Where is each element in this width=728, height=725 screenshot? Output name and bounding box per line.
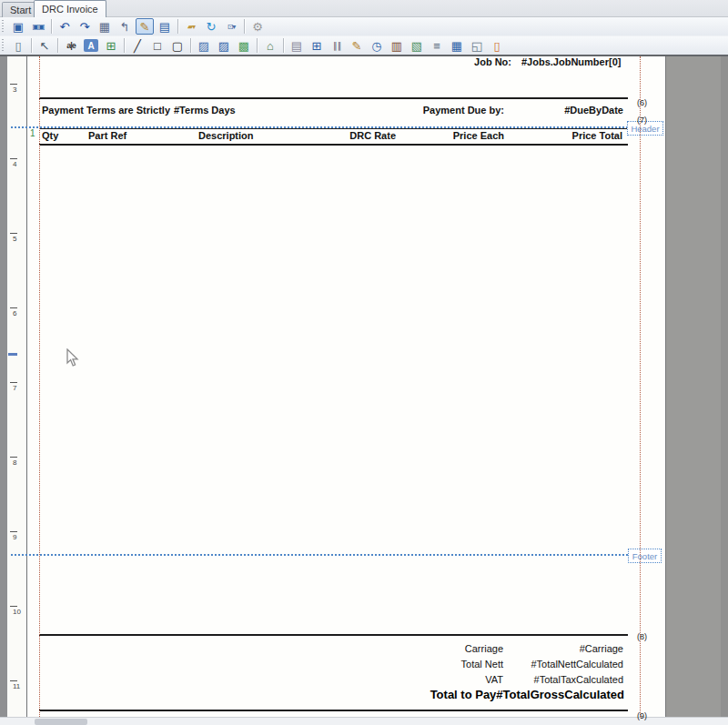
sync-icon[interactable]: ↻ <box>202 18 220 35</box>
carriage-label[interactable]: Carriage <box>394 643 503 654</box>
home-icon[interactable]: ⌂ <box>261 37 279 54</box>
layers-icon[interactable]: ◱ <box>468 37 486 54</box>
signature-icon[interactable]: ✎ <box>348 37 366 54</box>
table-icon[interactable]: ⊞ <box>308 37 326 54</box>
ruler-tick <box>10 606 17 607</box>
pointer-icon[interactable]: ↖ <box>35 37 54 54</box>
payment-terms-label[interactable]: Payment Terms are Strictly <box>42 105 170 116</box>
ruler-tick <box>10 84 17 85</box>
ruler-tick <box>10 382 17 383</box>
subreport-icon[interactable]: ▤ <box>288 37 306 54</box>
save-icon[interactable]: ▣ <box>9 18 27 35</box>
ruler-number: 11 <box>13 682 20 690</box>
col-header-description[interactable]: Description <box>198 130 254 141</box>
payment-due-label[interactable]: Payment Due by: <box>413 105 504 116</box>
col-header-price-each[interactable]: Price Each <box>428 130 504 141</box>
toolbar-separator <box>283 38 284 53</box>
right-margin-guide[interactable] <box>640 56 641 717</box>
vertical-ruler: 34567891011 <box>7 56 27 717</box>
horizontal-scrollbar[interactable] <box>0 717 728 725</box>
footer-top-rule[interactable] <box>39 634 628 636</box>
toolbar-separator <box>244 19 245 34</box>
rectangle-tool-icon[interactable]: □ <box>148 37 167 54</box>
total-nett-field[interactable]: #TotalNettCalculated <box>505 659 623 670</box>
total-nett-label[interactable]: Total Nett <box>394 659 503 670</box>
col-header-qty[interactable]: Qty <box>42 130 58 141</box>
ruler-number: 4 <box>13 160 16 168</box>
carriage-field[interactable]: #Carriage <box>505 643 623 654</box>
map-icon[interactable]: ▧ <box>408 37 426 54</box>
ruler-position-marker <box>8 353 17 356</box>
ruler-tick <box>10 233 17 234</box>
toolbar-separator <box>31 38 32 53</box>
header-band-line[interactable] <box>11 126 628 128</box>
label-field-icon[interactable]: A <box>84 39 98 52</box>
total-to-pay-field[interactable]: #TotalGrossCalculated <box>496 688 624 701</box>
rule-above-payment[interactable] <box>39 97 628 99</box>
tab-drc-invoice[interactable]: DRC Invoice <box>34 0 106 17</box>
detail-row-marker: 1 <box>30 128 35 138</box>
job-no-field[interactable]: #Jobs.JobNumber[0] <box>521 56 621 67</box>
table-header-top-rule[interactable] <box>39 128 628 129</box>
col-header-drc-rate[interactable]: DRC Rate <box>337 130 396 141</box>
picture-map-icon[interactable]: ▩ <box>235 37 253 54</box>
horizontal-scrollbar-thumb[interactable] <box>35 719 87 725</box>
left-margin-guide[interactable] <box>39 56 40 717</box>
preview-list-icon[interactable]: ▤ <box>156 18 174 35</box>
barcode-icon[interactable]: ║║ <box>328 37 346 54</box>
table-header-bottom-rule[interactable] <box>39 144 628 146</box>
mouse-cursor <box>66 348 80 371</box>
settings-gear-icon[interactable]: ⚙ <box>248 18 267 35</box>
image-field-icon[interactable]: ⊞ <box>102 37 120 54</box>
snap-to-grid-icon[interactable]: ↰ <box>116 18 134 35</box>
picture-frame-icon[interactable]: ▨ <box>215 37 233 54</box>
due-by-date-field[interactable]: #DueByDate <box>546 105 623 116</box>
toolbar-separator <box>190 38 191 53</box>
calendar-icon[interactable]: ▦ <box>448 37 466 54</box>
display-icon[interactable]: ⊡▾ <box>222 18 240 35</box>
job-no-label[interactable]: Job No: <box>420 56 511 67</box>
redo-icon[interactable]: ↷ <box>76 18 94 35</box>
list-style-icon[interactable]: ≡ <box>428 37 446 54</box>
tab-strip: Start DRC Invoice <box>0 0 728 17</box>
toolbar-grip[interactable] <box>1 39 5 52</box>
line-tool-icon[interactable]: ╱ <box>128 37 147 54</box>
footer-band-line[interactable] <box>11 554 628 556</box>
col-header-part-ref[interactable]: Part Ref <box>88 130 126 141</box>
terms-days-field[interactable]: #Terms Days <box>174 105 236 116</box>
total-to-pay-label[interactable]: Total to Pay <box>430 688 497 701</box>
section-marker-7: (7) <box>637 116 647 125</box>
ruler-number: 5 <box>13 235 16 243</box>
clock-icon[interactable]: ◷ <box>368 37 386 54</box>
page-footer-tool-icon[interactable]: ▯ <box>488 37 506 54</box>
ruler-number: 10 <box>13 608 21 616</box>
ruler-number: 7 <box>13 384 16 392</box>
left-edge-strip <box>0 56 7 717</box>
footer-bottom-rule[interactable] <box>39 710 628 711</box>
open-report-icon[interactable]: ▰▾ <box>182 18 200 35</box>
ruler-tick <box>10 457 17 458</box>
ruler-number: 6 <box>13 309 16 317</box>
design-surface: 34567891011 Header Footer (6) (7) (8) (9… <box>0 56 728 717</box>
new-document-icon[interactable]: ▯ <box>9 37 27 54</box>
picture-icon[interactable]: ▨ <box>195 37 213 54</box>
toolbar-grip[interactable] <box>1 20 5 33</box>
col-header-price-total[interactable]: Price Total <box>546 130 622 141</box>
footer-band-label[interactable]: Footer <box>628 549 662 563</box>
vat-field[interactable]: #TotalTaxCalculated <box>505 674 623 685</box>
edit-pencil-icon[interactable]: ✎ <box>136 18 154 35</box>
ruler-tick <box>10 680 17 681</box>
ruler-tick <box>10 158 17 159</box>
total-to-pay-row[interactable]: Total to Pay#TotalGrossCalculated <box>351 688 624 701</box>
grid-icon[interactable]: ▦ <box>96 18 114 35</box>
rounded-rectangle-tool-icon[interactable]: ▢ <box>168 37 187 54</box>
main-toolbar: ▣▣▣↶↷▦↰✎▤▰▾↻⊡▾⚙ <box>0 17 728 36</box>
text-tool-icon[interactable]: a|e <box>62 37 80 54</box>
vat-label[interactable]: VAT <box>394 674 503 685</box>
toolbar-separator <box>57 38 58 53</box>
undo-icon[interactable]: ↶ <box>56 18 74 35</box>
tools-toolbar: ▯↖a|eA⊞╱□▢▨▨▩⌂▤⊞║║✎◷▥▧≡▦◱▯ <box>0 36 728 56</box>
toolbar-separator <box>124 38 125 53</box>
save-all-icon[interactable]: ▣▣ <box>29 18 47 35</box>
book-icon[interactable]: ▥ <box>388 37 406 54</box>
